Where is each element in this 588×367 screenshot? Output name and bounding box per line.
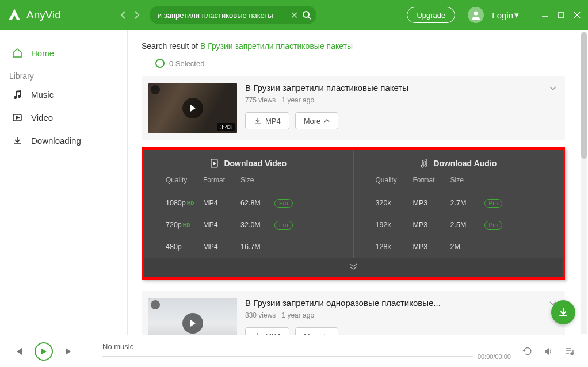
download-video-tab-label: Download Video (224, 159, 287, 168)
search-clear-button[interactable]: ✕ (288, 10, 300, 21)
download-fab[interactable] (551, 300, 575, 324)
player-track-title: No music (102, 342, 511, 351)
nav-forward-button[interactable] (131, 9, 143, 21)
quality-cell: 1080pHD (166, 199, 203, 207)
select-all-checkbox[interactable] (155, 59, 165, 68)
format-cell: MP4 (203, 221, 240, 229)
play-icon (182, 98, 203, 118)
login-button[interactable]: Login▾ (492, 10, 519, 20)
sidebar-item-downloading[interactable]: Downloading (0, 129, 127, 152)
search-input[interactable] (158, 11, 288, 20)
result-info: В Грузии запретили пластиковые пакеты 77… (245, 83, 558, 133)
download-small-icon (254, 117, 262, 125)
download-option-row[interactable]: 720pHDMP432.0MPro (166, 214, 353, 236)
player-progress-bar[interactable] (102, 356, 473, 357)
player-playlist-button[interactable] (564, 346, 574, 357)
sidebar-label-music: Music (31, 90, 54, 100)
sidebar-item-home[interactable]: Home (0, 41, 127, 64)
size-cell: 2.5M (450, 221, 482, 229)
scrollbar[interactable] (581, 32, 587, 334)
sidebar-item-music[interactable]: Music (0, 83, 127, 106)
download-audio-tab-label: Download Audio (433, 159, 497, 168)
player-prev-button[interactable] (14, 347, 23, 356)
col-quality: Quality (166, 176, 203, 184)
col-size: Size (240, 176, 272, 184)
format-cell: MP3 (413, 199, 450, 207)
window-close-button[interactable] (573, 11, 581, 19)
sidebar: Home Library Music Video Downloading (0, 30, 128, 335)
search-result-heading: Search result of В Грузии запретили плас… (142, 41, 565, 51)
double-chevron-down-icon (349, 263, 358, 270)
logo-icon (7, 7, 22, 22)
audio-quality-list: 320kMP32.7MPro192kMP32.5MPro128kMP32M (354, 192, 563, 258)
music-icon (12, 89, 23, 100)
video-quality-list: 1080pHDMP462.8MPro720pHDMP432.0MPro480pM… (144, 192, 354, 258)
sidebar-label-video: Video (31, 113, 53, 123)
download-option-row[interactable]: 128kMP32M (376, 236, 563, 258)
app-name: AnyVid (26, 9, 61, 21)
download-mp4-button[interactable]: MP4 (245, 327, 289, 335)
result-title: В Грузии запретили одноразовые пластиков… (245, 298, 558, 308)
sidebar-label-home: Home (31, 48, 54, 58)
player-repeat-button[interactable] (522, 346, 533, 357)
col-format: Format (203, 176, 240, 184)
more-label: More (304, 117, 321, 125)
thumbnail-badge-icon (151, 85, 160, 94)
result-info: В Грузии запретили одноразовые пластиков… (245, 298, 558, 335)
svg-rect-4 (558, 13, 564, 18)
result-views: 775 views (245, 96, 276, 104)
svg-line-1 (308, 17, 311, 19)
pro-badge: Pro (484, 221, 503, 230)
download-option-row[interactable]: 1080pHDMP462.8MPro (166, 192, 353, 214)
format-cell: MP4 (203, 199, 240, 207)
collapse-button[interactable] (549, 84, 557, 94)
size-cell: 16.7M (240, 243, 272, 251)
player-next-button[interactable] (64, 347, 74, 356)
more-button[interactable]: More (295, 112, 339, 129)
upgrade-button[interactable]: Upgrade (407, 7, 455, 23)
user-avatar[interactable] (468, 7, 484, 23)
result-meta: 830 views 1 year ago (245, 311, 558, 319)
result-card: В Грузии запретили одноразовые пластиков… (142, 291, 565, 335)
player-play-button[interactable] (35, 342, 53, 361)
nav-back-button[interactable] (117, 9, 129, 21)
chevron-down-icon: ▾ (514, 10, 519, 20)
format-cell: MP3 (413, 243, 450, 251)
download-mp4-button[interactable]: MP4 (245, 112, 289, 129)
expand-more-button[interactable] (144, 258, 563, 277)
player-time: 00:00/00:00 (478, 353, 511, 360)
mp4-label: MP4 (265, 117, 281, 125)
video-thumbnail[interactable]: 3:43 (148, 83, 237, 133)
selection-row: 0 Selected (155, 59, 565, 68)
video-thumbnail[interactable] (148, 298, 237, 335)
home-icon (12, 47, 23, 59)
scrollbar-thumb[interactable] (581, 32, 587, 159)
download-audio-tab[interactable]: Download Audio (354, 150, 563, 173)
search-query-text: В Грузии запретили пластиковые пакеты (200, 41, 353, 51)
play-icon (40, 348, 47, 355)
search-bar: ✕ (150, 6, 316, 24)
window-controls (541, 11, 581, 19)
hd-badge: HD (183, 222, 190, 228)
app-logo: AnyVid (7, 7, 61, 22)
size-cell: 2M (450, 243, 482, 251)
main-content: Search result of В Грузии запретили плас… (128, 30, 588, 335)
pro-badge: Pro (274, 199, 293, 208)
play-icon (182, 313, 203, 334)
download-option-row[interactable]: 192kMP32.5MPro (376, 214, 563, 236)
player-volume-button[interactable] (543, 346, 553, 357)
quality-cell: 720pHD (166, 221, 203, 229)
window-maximize-button[interactable] (557, 11, 565, 19)
more-button[interactable]: More (295, 327, 339, 335)
download-option-row[interactable]: 480pMP416.7M (166, 236, 353, 258)
format-cell: MP3 (413, 221, 450, 229)
quality-cell: 480p (166, 243, 203, 251)
app-header: AnyVid ✕ Upgrade Login▾ (0, 0, 588, 30)
window-minimize-button[interactable] (541, 11, 549, 19)
search-button[interactable] (300, 9, 313, 21)
download-option-row[interactable]: 320kMP32.7MPro (376, 192, 563, 214)
download-video-tab[interactable]: Download Video (144, 150, 354, 173)
player-track: No music 00:00/00:00 (102, 342, 511, 360)
sidebar-item-video[interactable]: Video (0, 106, 127, 129)
format-cell: MP4 (203, 243, 240, 251)
